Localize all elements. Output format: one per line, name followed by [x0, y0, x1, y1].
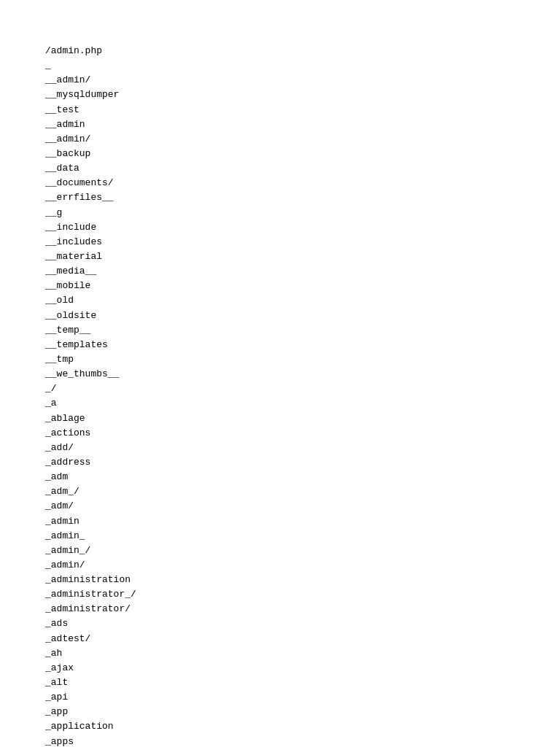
list-item: _api: [45, 690, 560, 705]
list-item: __admin/: [45, 73, 560, 88]
list-item: _admin_: [45, 529, 560, 543]
list-item: _administrator/: [45, 602, 560, 616]
list-item: __errfiles__: [45, 190, 560, 205]
list-item: __templates: [45, 338, 560, 352]
list-item: __data: [45, 161, 560, 176]
list-item: __tmp: [45, 352, 560, 367]
list-item: _admin_/: [45, 543, 560, 558]
list-item: __admin: [45, 117, 560, 132]
list-item: __temp__: [45, 323, 560, 338]
list-item: __backup: [45, 147, 560, 161]
list-item: _ads: [45, 616, 560, 631]
list-item: _add/: [45, 441, 560, 455]
list-item: _/: [45, 382, 560, 396]
list-item: _: [45, 58, 560, 73]
list-item: _alt: [45, 676, 560, 690]
list-item: __oldsite: [45, 309, 560, 323]
list-item: __mobile: [45, 279, 560, 293]
list-item: _adm: [45, 470, 560, 484]
list-item: __we_thumbs__: [45, 367, 560, 382]
list-item: __media__: [45, 264, 560, 279]
list-item: __test: [45, 103, 560, 117]
list-item: __material: [45, 249, 560, 264]
list-item: _ah: [45, 646, 560, 661]
list-item: _actions: [45, 426, 560, 441]
list-item: _address: [45, 455, 560, 470]
list-item: __includes: [45, 235, 560, 249]
list-item: _a: [45, 396, 560, 411]
list-item: _ablage: [45, 411, 560, 426]
list-item: _adm_/: [45, 484, 560, 499]
list-item: __documents/: [45, 176, 560, 190]
list-item: /admin.php: [45, 44, 560, 58]
list-item: _ajax: [45, 661, 560, 676]
list-item: __include: [45, 220, 560, 235]
list-item: _adm/: [45, 499, 560, 514]
list-item: __g: [45, 206, 560, 220]
list-item: _admin/: [45, 558, 560, 573]
list-item: _administration: [45, 573, 560, 587]
list-item: _adtest/: [45, 632, 560, 646]
file-list: /admin.php___admin/__mysqldumper__test__…: [45, 44, 560, 747]
list-item: _app: [45, 705, 560, 719]
list-item: _apps: [45, 735, 560, 747]
list-item: _application: [45, 719, 560, 734]
list-item: _admin: [45, 514, 560, 529]
list-item: __mysqldumper: [45, 88, 560, 102]
list-item: __admin/: [45, 132, 560, 147]
list-item: __old: [45, 293, 560, 308]
list-item: _administrator_/: [45, 587, 560, 602]
